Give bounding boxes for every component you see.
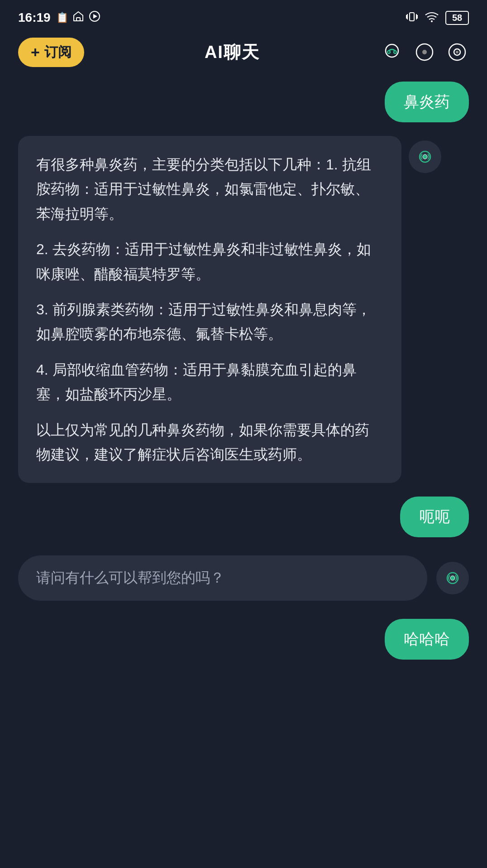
header-actions — [380, 40, 469, 64]
ai-placeholder-text: 请问有什么可以帮到您的吗？ — [18, 555, 427, 601]
time-display: 16:19 — [18, 10, 51, 25]
user-message-3: 哈哈哈 — [18, 619, 469, 660]
status-right: 58 — [406, 10, 469, 25]
ai-bubble-1: 有很多种鼻炎药，主要的分类包括以下几种：1. 抗组胺药物：适用于过敏性鼻炎，如氯… — [18, 136, 401, 483]
chat-icon-button[interactable] — [380, 40, 404, 64]
ai-para-3: 3. 前列腺素类药物：适用于过敏性鼻炎和鼻息肉等，如鼻腔喷雾的布地奈德、氟替卡松… — [36, 297, 383, 347]
svg-rect-0 — [76, 18, 80, 21]
play-icon — [88, 10, 101, 26]
battery-indicator: 58 — [445, 11, 469, 25]
wifi-icon — [425, 10, 439, 25]
circle-icon-button[interactable] — [413, 40, 436, 64]
page-title: AI聊天 — [205, 41, 260, 64]
home-icon — [72, 10, 85, 26]
ai-para-2: 2. 去炎药物：适用于过敏性鼻炎和非过敏性鼻炎，如咪康唑、醋酸福莫特罗等。 — [36, 237, 383, 286]
ai-para-4: 4. 局部收缩血管药物：适用于鼻黏膜充血引起的鼻塞，如盐酸环丙沙星。 — [36, 357, 383, 407]
user-message-2: 呃呃 — [18, 497, 469, 537]
settings-icon-button[interactable] — [445, 40, 469, 64]
plus-icon: + — [31, 43, 40, 61]
svg-point-13 — [422, 50, 427, 54]
ai-audio-button-1[interactable] — [409, 140, 441, 173]
status-bar: 16:19 📋 — [0, 0, 487, 32]
subscribe-label: 订阅 — [44, 43, 72, 62]
svg-point-11 — [394, 51, 396, 53]
ai-audio-button-2[interactable] — [436, 562, 469, 594]
user-message-1: 鼻炎药 — [18, 82, 469, 122]
svg-point-20 — [450, 576, 455, 580]
vibrate-icon — [406, 10, 418, 25]
user-bubble-1: 鼻炎药 — [385, 82, 469, 122]
ai-input-message: 请问有什么可以帮到您的吗？ — [18, 551, 469, 605]
ai-message-1: 有很多种鼻炎药，主要的分类包括以下几种：1. 抗组胺药物：适用于过敏性鼻炎，如氯… — [18, 136, 469, 483]
ai-para-5: 以上仅为常见的几种鼻炎药物，如果你需要具体的药物建议，建议了解症状后咨询医生或药… — [36, 418, 383, 467]
svg-point-10 — [387, 51, 390, 53]
ai-para-1: 有很多种鼻炎药，主要的分类包括以下几种：1. 抗组胺药物：适用于过敏性鼻炎，如氯… — [36, 152, 383, 226]
subscribe-button[interactable]: + 订阅 — [18, 38, 84, 67]
svg-point-8 — [431, 20, 433, 22]
user-bubble-2: 呃呃 — [400, 497, 469, 537]
status-left: 16:19 📋 — [18, 10, 101, 26]
svg-point-18 — [423, 154, 427, 159]
svg-marker-2 — [93, 14, 97, 19]
app-header: + 订阅 AI聊天 — [0, 32, 487, 72]
sim-icon: 📋 — [56, 12, 68, 24]
svg-rect-3 — [410, 13, 414, 21]
chat-area: 鼻炎药 有很多种鼻炎药，主要的分类包括以下几种：1. 抗组胺药物：适用于过敏性鼻… — [0, 72, 487, 669]
user-bubble-3: 哈哈哈 — [385, 619, 469, 660]
status-icons-left: 📋 — [56, 10, 101, 26]
svg-point-16 — [456, 51, 458, 53]
